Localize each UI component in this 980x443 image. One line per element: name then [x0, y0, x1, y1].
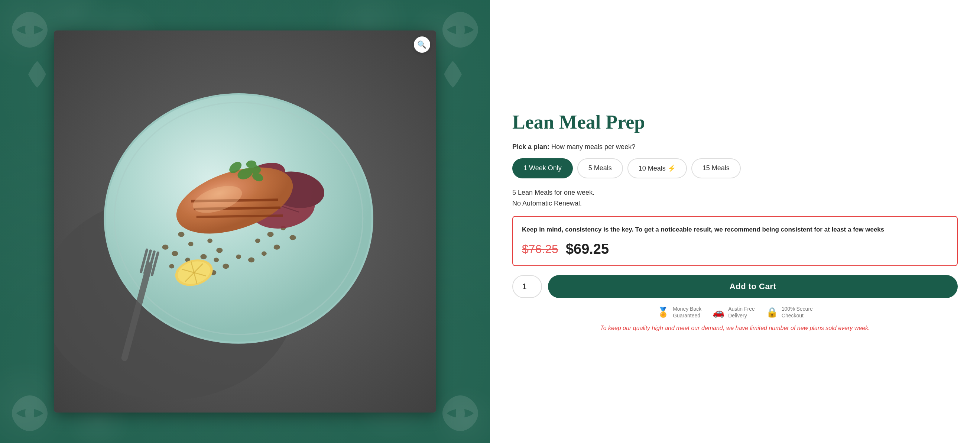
plan-btn-5meals[interactable]: 5 Meals	[577, 158, 623, 178]
badge-secure-checkout: 🔒 100% Secure Checkout	[766, 306, 813, 319]
left-panel: 🔍	[0, 0, 490, 443]
ornament-right-mid	[438, 59, 468, 89]
ornament-bottom-left	[8, 391, 52, 435]
svg-point-15	[223, 263, 229, 269]
right-panel: Lean Meal Prep Pick a plan: How many mea…	[490, 0, 980, 443]
search-icon: 🔍	[417, 40, 426, 49]
trust-badges: 🏅 Money Back Guaranteed 🚗 Austin Free De…	[512, 306, 958, 319]
lock-icon: 🔒	[766, 307, 778, 318]
svg-point-25	[255, 238, 261, 243]
cart-row: Add to Cart	[512, 275, 958, 298]
svg-point-9	[216, 247, 223, 253]
svg-point-19	[274, 245, 280, 250]
svg-point-11	[172, 251, 178, 256]
food-image	[54, 30, 436, 413]
badge-money-back: 🏅 Money Back Guaranteed	[657, 306, 702, 319]
svg-point-28	[290, 235, 296, 240]
limited-notice: To keep our quality high and meet our de…	[512, 325, 958, 331]
svg-point-26	[267, 231, 274, 237]
svg-point-13	[200, 254, 207, 259]
svg-point-8	[207, 238, 213, 243]
ornament-top-left	[8, 8, 52, 52]
svg-point-24	[162, 245, 169, 250]
product-image-container: 🔍	[54, 30, 436, 413]
plan-btn-15meals[interactable]: 15 Meals	[691, 158, 741, 178]
svg-point-14	[213, 258, 219, 262]
ornament-top-right	[438, 8, 482, 52]
ornament-left-mid	[22, 59, 52, 89]
sale-price: $69.25	[566, 241, 609, 257]
magnify-button[interactable]: 🔍	[414, 37, 430, 53]
svg-point-5	[178, 231, 184, 237]
plan-description: 5 Lean Meals for one week. No Automatic …	[512, 187, 958, 209]
svg-point-18	[261, 251, 267, 256]
badge-free-delivery: 🚗 Austin Free Delivery	[713, 306, 755, 319]
medal-icon: 🏅	[657, 307, 669, 318]
svg-point-20	[169, 264, 174, 268]
plan-sublabel: How many meals per week?	[551, 143, 635, 150]
ornament-bottom-right	[438, 391, 482, 435]
car-icon: 🚗	[713, 307, 724, 318]
plan-label: Pick a plan: How many meals per week?	[512, 143, 958, 151]
highlight-box: Keep in mind, consistency is the key. To…	[512, 216, 958, 266]
svg-point-44	[246, 160, 256, 168]
svg-point-17	[248, 257, 255, 262]
quantity-input[interactable]	[512, 275, 542, 298]
highlight-text: Keep in mind, consistency is the key. To…	[522, 225, 948, 234]
plan-btn-1week[interactable]: 1 Week Only	[512, 158, 573, 178]
svg-point-16	[236, 254, 241, 259]
add-to-cart-button[interactable]: Add to Cart	[548, 275, 958, 298]
plan-btn-10meals[interactable]: 10 Meals ⚡	[627, 158, 687, 178]
pricing: $76.25 $69.25	[522, 241, 948, 257]
product-title: Lean Meal Prep	[512, 112, 958, 133]
plan-options: 1 Week Only 5 Meals 10 Meals ⚡ 15 Meals	[512, 158, 958, 178]
original-price: $76.25	[522, 242, 558, 256]
svg-point-6	[188, 242, 194, 246]
